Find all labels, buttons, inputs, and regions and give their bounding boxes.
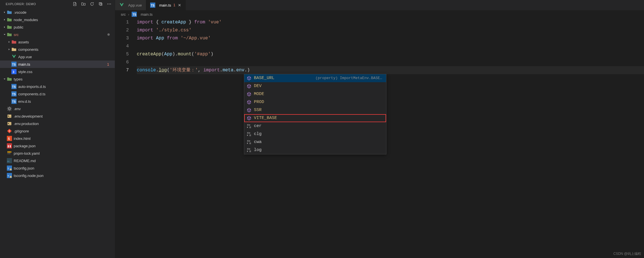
suggestion-item[interactable]: cwa	[244, 138, 386, 146]
breadcrumb-seg[interactable]: main.ts	[141, 12, 153, 17]
code-line[interactable]: import { createApp } from 'vue'	[137, 18, 644, 26]
code-line[interactable]: createApp(App).mount('#app')	[137, 50, 644, 58]
chevron-down-icon[interactable]	[2, 77, 7, 81]
tab-error-count: 1	[174, 3, 176, 7]
code-editor[interactable]: 1234567 import { createApp } from 'vue'i…	[115, 18, 644, 258]
folder-item[interactable]: public	[0, 23, 115, 31]
editor-tab[interactable]: App.vue	[115, 0, 146, 10]
property-icon	[246, 108, 252, 113]
file-item[interactable]: M↓README.md	[0, 157, 115, 164]
property-icon	[246, 92, 252, 97]
folder-green-icon	[7, 76, 12, 82]
svg-point-17	[9, 130, 10, 131]
svg-text:T: T	[7, 175, 9, 178]
tree-item-label: public	[14, 25, 23, 29]
suggestion-label: BASE_URL	[254, 74, 274, 82]
tree-item-label: types	[14, 77, 23, 81]
refresh-icon[interactable]	[90, 2, 94, 6]
chevron-right-icon	[2, 158, 7, 163]
file-item[interactable]: Ttsconfig.json	[0, 164, 115, 172]
suggestion-label: DEV	[254, 82, 262, 90]
tree-item-label: .env	[14, 107, 21, 111]
suggestion-item[interactable]: MODE	[244, 90, 386, 98]
file-item[interactable]: package.json	[0, 142, 115, 150]
tree-item-label: style.css	[18, 70, 32, 74]
breadcrumbs[interactable]: src › TS main.ts	[115, 10, 644, 18]
code-line[interactable]: import App from '~/App.vue'	[137, 34, 644, 42]
ts-icon: TS	[11, 84, 17, 89]
code-line[interactable]: import './style.css'	[137, 26, 644, 34]
new-folder-icon[interactable]	[81, 2, 86, 6]
tree-item-label: .vscode	[14, 10, 27, 15]
suggestion-item[interactable]: SSR	[244, 106, 386, 114]
suggestion-item[interactable]: log	[244, 146, 386, 154]
folder-item[interactable]: node_modules	[0, 16, 115, 23]
chevron-right-icon[interactable]	[7, 40, 11, 44]
suggestion-item[interactable]: PROD	[244, 98, 386, 106]
file-item[interactable]: App.vue	[0, 53, 115, 61]
tree-item-label: .env.production	[14, 122, 39, 126]
file-item[interactable]: TSmain.ts1	[0, 61, 115, 68]
folder-item[interactable]: types	[0, 75, 115, 83]
file-item[interactable]: Ttsconfig.node.json	[0, 172, 115, 179]
folder-item[interactable]: components	[0, 46, 115, 53]
explorer-sidebar: EXPLORER: DEMO .vscodenode_modulespublic…	[0, 0, 115, 258]
svg-text:3: 3	[13, 70, 15, 74]
tree-item-label: node_modules	[14, 18, 38, 22]
close-icon[interactable]	[178, 3, 182, 7]
file-item[interactable]: .env	[0, 105, 115, 112]
suggestion-item[interactable]: VITE_BASE	[244, 114, 386, 122]
ts-icon: TS	[132, 12, 137, 17]
git-icon	[7, 128, 12, 134]
file-tree[interactable]: .vscodenode_modulespublicsrcassetscompon…	[0, 8, 115, 258]
file-item[interactable]: .gitignore	[0, 127, 115, 135]
chevron-right-icon[interactable]	[2, 10, 7, 15]
svg-text:M↓: M↓	[7, 160, 10, 163]
intellisense-popup[interactable]: BASE_URL(property) ImportMetaEnv.BASE_UR…	[244, 74, 386, 154]
line-number: 3	[115, 34, 129, 42]
file-item[interactable]: TScomponents.d.ts	[0, 90, 115, 98]
chevron-down-icon[interactable]	[2, 32, 7, 37]
svg-rect-15	[7, 114, 11, 118]
chevron-right-icon[interactable]	[2, 17, 7, 22]
file-item[interactable]: 3style.css	[0, 68, 115, 75]
code-content[interactable]: import { createApp } from 'vue'import '.…	[137, 18, 644, 74]
folder-item[interactable]: src	[0, 31, 115, 38]
code-line[interactable]	[137, 42, 644, 50]
suggestion-item[interactable]: DEV	[244, 82, 386, 90]
tsconf-icon: T	[7, 166, 12, 171]
file-item[interactable]: TSenv.d.ts	[0, 98, 115, 105]
suggestion-item[interactable]: clg	[244, 130, 386, 138]
more-icon[interactable]	[107, 2, 111, 6]
file-item[interactable]: 5index.html	[0, 135, 115, 142]
file-item[interactable]: .env.development	[0, 112, 115, 120]
folder-green-icon	[7, 32, 12, 37]
file-item[interactable]: pnpm-lock.yaml	[0, 150, 115, 157]
file-item[interactable]: .env.production	[0, 120, 115, 127]
new-file-icon[interactable]	[73, 2, 77, 6]
error-badge: 1	[107, 62, 111, 66]
chevron-right-icon[interactable]	[7, 47, 11, 52]
svg-point-32	[10, 168, 12, 170]
chevron-right-icon	[2, 136, 7, 141]
npm-icon	[7, 143, 12, 148]
svg-text:TS: TS	[12, 93, 16, 96]
chevron-right-icon	[7, 62, 11, 66]
breadcrumb-seg[interactable]: src	[121, 12, 126, 17]
collapse-all-icon[interactable]	[98, 2, 103, 6]
suggestion-item[interactable]: BASE_URL(property) ImportMetaEnv.BASE_UR…	[244, 74, 386, 82]
suggestion-label: SSR	[254, 106, 262, 114]
chevron-right-icon[interactable]	[2, 25, 7, 29]
suggestion-label: PROD	[254, 98, 264, 106]
chevron-right-icon	[7, 99, 11, 104]
folder-item[interactable]: .vscode	[0, 9, 115, 16]
svg-rect-16	[7, 122, 11, 125]
code-line[interactable]	[137, 58, 644, 66]
folder-item[interactable]: assets	[0, 38, 115, 46]
file-item[interactable]: TSauto-imports.d.ts	[0, 83, 115, 90]
editor-tab[interactable]: TSmain.ts1	[146, 0, 186, 10]
code-line[interactable]: console.log('环境变量：', import.meta.env.)	[137, 66, 644, 74]
line-number: 4	[115, 42, 129, 50]
tree-item-label: src	[14, 33, 19, 37]
suggestion-item[interactable]: cer	[244, 122, 386, 130]
